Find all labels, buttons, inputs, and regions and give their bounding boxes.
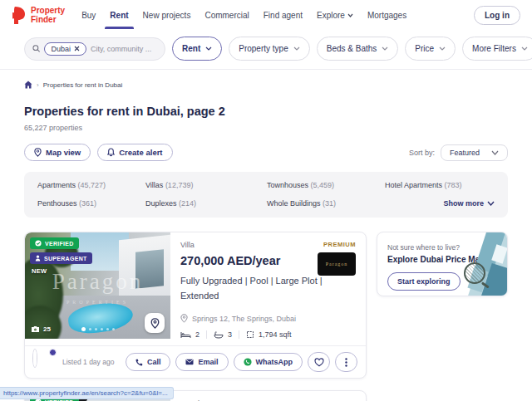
nav-mortgages[interactable]: Mortgages (367, 2, 406, 29)
close-icon[interactable] (74, 46, 80, 51)
nav-buy[interactable]: Buy (81, 2, 96, 29)
nav-new-projects[interactable]: New projects (143, 2, 191, 29)
sort-dropdown[interactable]: Featured (441, 144, 508, 161)
category-duplexes[interactable]: Duplexes (214) (145, 199, 267, 208)
magnifier-icon (464, 262, 485, 284)
beds-spec: 2 (180, 330, 200, 339)
promo-title: Explore Dubai Price Map (387, 255, 497, 264)
sort-controls: Sort by: Featured (409, 144, 508, 161)
whatsapp-icon (244, 358, 252, 366)
listing-details: Townhouse PREMIUM 160,000 AED/year KORE … (170, 391, 366, 401)
agency-watermark-sub: PROPERTIES (25, 300, 170, 305)
main-content: › Properties for rent in Dubai Propertie… (0, 81, 532, 401)
listed-timestamp: Listed 1 day ago (62, 358, 114, 366)
breadcrumb-item[interactable]: Properties for rent in Dubai (43, 81, 123, 89)
category-whole-buildings[interactable]: Whole Buildings (31) (267, 199, 385, 208)
email-button[interactable]: Email (175, 353, 228, 371)
brand-name: PropertyFinder (31, 7, 65, 24)
chevron-down-icon (439, 46, 446, 51)
filter-beds-baths-dropdown[interactable]: Beds & Baths (317, 37, 399, 61)
breadcrumb-separator: › (37, 81, 39, 89)
chevron-down-icon (382, 46, 388, 51)
listing-photo[interactable]: Paragon PROPERTIES VERIFIED SUPERAGENT (25, 232, 170, 339)
price-map-promo-card: Not sure where to live? Explore Dubai Pr… (377, 232, 508, 296)
nav-explore[interactable]: Explore (317, 2, 353, 29)
map-pin-icon (150, 318, 160, 329)
listing-details: Villa PREMIUM 270,000 AED/year Paragon F… (170, 232, 366, 345)
search-filter-bar: Dubai Rent Property type Beds & Baths Pr… (0, 31, 532, 70)
call-button[interactable]: Call (126, 353, 171, 371)
bath-icon (214, 331, 224, 339)
kebab-menu-icon (345, 358, 347, 367)
listing-card[interactable]: Paragon PROPERTIES VERIFIED SUPERAGENT (24, 232, 367, 379)
breadcrumb: › Properties for rent in Dubai (24, 81, 508, 89)
agency-logo-paragon[interactable]: Paragon (318, 252, 356, 276)
show-on-map-button[interactable] (145, 313, 165, 333)
search-input[interactable] (91, 45, 157, 53)
location-chip-dubai[interactable]: Dubai (44, 42, 86, 56)
login-button[interactable]: Log in (474, 6, 520, 25)
agent-badge-icon (49, 349, 57, 356)
phone-icon (135, 359, 143, 366)
promo-question: Not sure where to live? (387, 243, 497, 252)
main-nav: Buy Rent New projects Commercial Find ag… (81, 2, 406, 29)
top-navigation-bar: PropertyFinder Buy Rent New projects Com… (0, 0, 532, 31)
listing-specs: 2 3 1,794 sqft (180, 330, 356, 339)
category-links-panel: Apartments (45,727) Villas (12,739) Town… (24, 172, 508, 218)
agent-icon (35, 255, 41, 262)
nav-commercial[interactable]: Commercial (204, 2, 249, 29)
chevron-down-icon (491, 150, 499, 155)
category-penthouses[interactable]: Penthouses (361) (37, 199, 145, 208)
listing-card-footer: Listed 1 day ago Call Email WhatsApp (25, 345, 366, 378)
area-spec: 1,794 sqft (239, 330, 292, 339)
listing-location: Springs 12, The Springs, Dubai (180, 314, 356, 323)
property-count: 65,227 properties (24, 124, 508, 132)
property-type: Villa (180, 241, 195, 249)
brand-flame-icon (12, 6, 27, 25)
filter-more-filters-dropdown[interactable]: More Filters (462, 37, 532, 61)
filter-property-type-dropdown[interactable]: Property type (229, 37, 309, 61)
category-villas[interactable]: Villas (12,739) (145, 181, 267, 189)
email-icon (185, 359, 194, 365)
more-options-button[interactable] (335, 352, 357, 372)
home-icon[interactable] (24, 81, 32, 89)
start-exploring-button[interactable]: Start exploring (387, 272, 461, 291)
bed-icon (180, 331, 191, 339)
bell-icon (107, 148, 115, 157)
search-box[interactable]: Dubai (24, 37, 165, 61)
premium-badge: PREMIUM (323, 241, 356, 248)
heart-icon (314, 358, 324, 367)
sort-by-label: Sort by: (409, 149, 435, 157)
listings-column: Paragon PROPERTIES VERIFIED SUPERAGENT (24, 232, 367, 401)
check-icon (35, 240, 42, 247)
property-finder-logo[interactable]: PropertyFinder (12, 6, 65, 25)
superagent-badge: SUPERAGENT (30, 252, 92, 264)
area-icon (246, 330, 254, 339)
toolbar: Map view Create alert Sort by: Featured (24, 144, 508, 161)
verified-badge: VERIFIED (30, 237, 79, 249)
filter-price-dropdown[interactable]: Price (405, 37, 456, 61)
nav-rent[interactable]: Rent (110, 2, 128, 29)
chevron-down-icon (347, 13, 353, 17)
new-badge: NEW (30, 267, 47, 275)
create-alert-button[interactable]: Create alert (97, 144, 172, 161)
page-title: Properties for rent in Dubai, page 2 (24, 105, 508, 118)
location-pin-icon (180, 314, 188, 323)
whatsapp-button[interactable]: WhatsApp (234, 353, 303, 371)
show-more-link[interactable]: Show more (443, 199, 495, 208)
category-townhouses[interactable]: Townhouses (5,459) (267, 181, 385, 189)
category-hotel-apartments[interactable]: Hotel Apartments (783) (385, 181, 495, 189)
map-view-button[interactable]: Map view (24, 144, 91, 161)
category-apartments[interactable]: Apartments (45,727) (37, 181, 145, 189)
nav-find-agent[interactable]: Find agent (264, 2, 303, 29)
chevron-down-icon (205, 46, 212, 51)
search-icon (32, 44, 40, 53)
listing-title[interactable]: Fully Upgraded | Pool | Large Plot | Ext… (180, 274, 343, 303)
filter-rent-dropdown[interactable]: Rent (172, 37, 222, 61)
map-pin-icon (34, 148, 42, 157)
chevron-down-icon (521, 46, 528, 51)
link-preview-statusbar: https://www.propertyfinder.ae/en/search?… (0, 387, 174, 399)
agent-avatar[interactable] (33, 351, 55, 373)
favorite-button[interactable] (308, 352, 330, 372)
chevron-down-icon (487, 201, 495, 206)
